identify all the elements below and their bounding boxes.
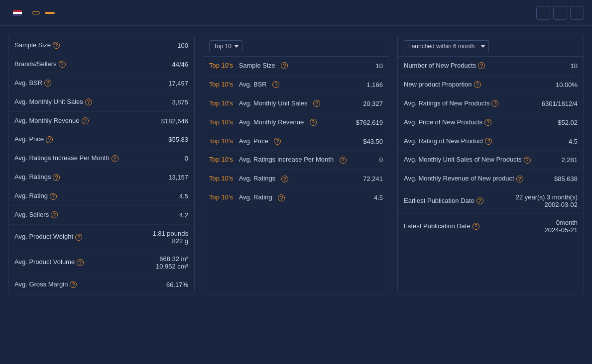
stat-value: 3,875 [172,98,188,106]
top10-prefix: Top 10's [209,118,233,127]
top10-dropdown[interactable]: Top 10 Top 20 Top 50 [209,40,242,52]
stat-label-text: Avg. Price [239,137,268,146]
stat-value: $182,646 [161,117,188,125]
stat-value: 17,497 [168,80,188,87]
stat-label: New product Proportion ? [404,81,556,89]
stat-label: Avg. Ratings Increase Per Month ? [14,154,185,163]
help-icon[interactable]: ? [473,223,479,230]
help-icon[interactable]: ? [484,119,491,126]
stat-label-text: Avg. Monthly Revenue [239,118,304,127]
help-icon[interactable]: ? [313,100,320,107]
stat-label: Avg. BSR ? [14,79,168,88]
help-icon[interactable]: ? [485,138,492,145]
help-icon[interactable]: ? [340,157,347,164]
help-icon[interactable]: ? [310,119,317,126]
stat-value: 44/46 [172,61,188,68]
help-icon[interactable]: ? [524,157,531,164]
refresh-button[interactable] [536,6,550,20]
stat-value: 10 [376,62,383,70]
download2-button[interactable] [570,6,584,20]
stat-value: 10.00% [556,81,578,89]
launched-within-dropdown[interactable]: Launched within 6 month Launched within … [404,40,489,52]
help-icon[interactable]: ? [53,42,60,49]
stat-label: Sample Size ? [14,41,177,50]
table-row: Latest Publication Date ? 0month2024-05-… [398,214,584,239]
help-icon[interactable]: ? [274,138,281,145]
download1-button[interactable] [553,6,567,20]
stat-value: 100 [177,42,188,49]
help-icon[interactable]: ? [478,62,485,69]
top10-prefix: Top 10's [209,62,233,70]
stat-value: 0 [185,155,188,162]
top10-prefix: Top 10's [209,156,233,164]
table-row: Avg. Monthly Unit Sales of New Products … [398,151,584,170]
help-icon[interactable]: ? [476,197,483,204]
table-row: Avg. Product Weight ? 1.81 pounds 822 g [8,225,194,250]
help-icon[interactable]: ? [112,155,118,162]
stat-label-text: Avg. Ratings [239,175,275,183]
help-icon[interactable]: ? [272,81,279,88]
help-icon[interactable]: ? [44,80,51,87]
help-icon[interactable]: ? [82,117,89,124]
help-icon[interactable]: ? [281,176,288,182]
table-row: Avg. Ratings ? 13,157 [8,168,194,187]
help-icon[interactable]: ? [278,194,285,201]
help-icon[interactable]: ? [75,234,82,241]
stat-label: Avg. Monthly Unit Sales ? [14,98,172,106]
help-icon[interactable]: ? [474,81,481,88]
help-icon[interactable]: ? [85,98,92,105]
help-icon[interactable]: ? [53,174,60,181]
stat-label: Top 10's Avg. BSR ? [209,81,366,89]
stat-label: Avg. Gross Margin ? [14,280,166,289]
stat-label: Top 10's Sample Size ? [209,62,376,70]
stat-label: Avg. Price of New Products ? [404,118,558,127]
stat-value: 4.5 [179,192,188,200]
panel-market-overview: Sample Size ? 100 Brands/Sellers ? 44/46… [8,36,195,294]
stat-value: 4.5 [569,138,578,145]
top10-prefix: Top 10's [209,137,233,146]
help-icon[interactable]: ? [516,176,523,182]
table-row: Brands/Sellers ? 44/46 [8,55,194,74]
table-row: Sample Size ? 100 [8,36,194,55]
top-products-detail-button[interactable] [32,11,40,14]
help-icon[interactable]: ? [50,193,57,200]
stat-value: 2,281 [561,156,578,164]
help-icon[interactable]: ? [491,100,498,107]
stat-value: $762,619 [356,119,383,126]
stat-value: 4.2 [179,211,188,219]
stat-label: Avg. Monthly Unit Sales of New Products … [404,156,561,164]
stat-value: 668.32 in³ 10,952 cm³ [156,255,188,270]
stat-label-text: Avg. Rating [239,193,272,202]
table-row: Avg. Price of New Products ? $52.02 [398,113,584,132]
stat-value: $55.83 [168,136,188,143]
table-row: Avg. Ratings Increase Per Month ? 0 [8,149,194,168]
stat-value: 4.5 [374,194,383,201]
stat-label-text: Avg. Monthly Unit Sales [239,99,308,108]
help-icon[interactable]: ? [59,61,66,68]
panel3-header: Launched within 6 month Launched within … [398,36,584,57]
stat-label: Avg. Monthly Revenue of New product ? [404,175,554,183]
table-row: Top 10's Avg. Ratings Increase Per Month… [203,151,389,170]
table-row: Top 10's Avg. Monthly Revenue ? $762,619 [203,113,389,132]
add-to-product-list-button[interactable] [45,12,55,14]
help-icon[interactable]: ? [77,259,84,266]
stat-value: 22 year(s) 3 month(s)2002-03-02 [516,193,578,208]
help-icon[interactable]: ? [70,281,77,288]
table-row: Avg. Price ? $55.83 [8,130,194,149]
top10-prefix: Top 10's [209,175,233,183]
stat-label: Top 10's Avg. Monthly Revenue ? [209,118,356,127]
table-row: Avg. Monthly Revenue ? $182,646 [8,112,194,131]
help-icon[interactable]: ? [46,136,53,143]
help-icon[interactable]: ? [51,211,58,218]
stat-value: 6301/1812/4 [542,100,578,107]
top10-prefix: Top 10's [209,193,233,202]
help-icon[interactable]: ? [281,62,288,69]
stat-label: Avg. Ratings ? [14,173,168,182]
stat-label: Top 10's Avg. Monthly Unit Sales ? [209,99,363,108]
table-row: Top 10's Avg. Price ? $43.50 [203,132,389,151]
stat-value: 66.17% [166,281,188,288]
table-row: Earliest Publication Date ? 22 year(s) 3… [398,188,584,214]
stat-value: $43.50 [363,138,383,145]
table-row: Avg. Monthly Revenue of New product ? $8… [398,170,584,188]
stat-value: 72,241 [363,175,383,182]
